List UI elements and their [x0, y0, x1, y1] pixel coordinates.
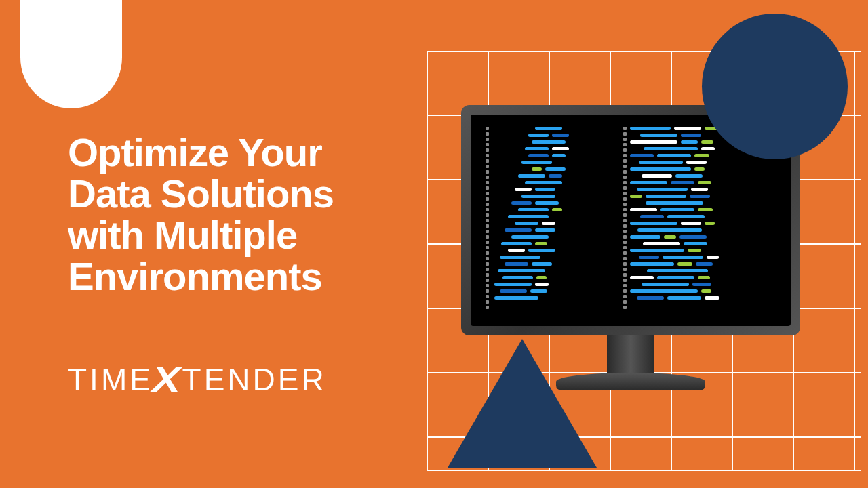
code-ruler-right	[623, 127, 627, 314]
monitor-neck	[607, 336, 654, 373]
brand-logo: TIME X TENDER	[68, 359, 327, 400]
navy-triangle-shape	[448, 339, 597, 468]
white-corner-shape	[20, 0, 122, 108]
code-column-left	[491, 127, 606, 314]
brand-x: X	[152, 359, 183, 400]
code-ruler-left	[486, 127, 489, 314]
brand-part2: TENDER	[182, 361, 327, 398]
navy-circle-shape	[702, 14, 848, 159]
headline-text: Optimize YourData Solutionswith Multiple…	[68, 132, 334, 298]
brand-part1: TIME	[68, 361, 153, 398]
